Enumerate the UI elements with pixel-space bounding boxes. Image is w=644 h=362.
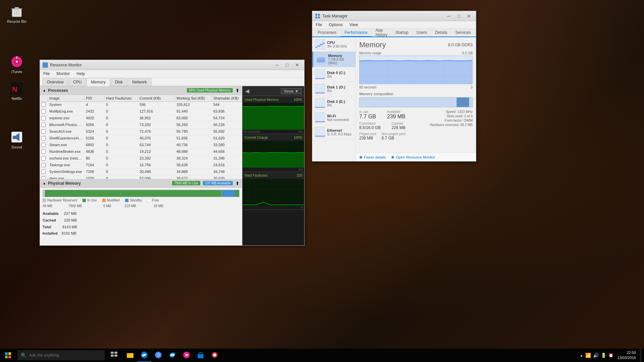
sidebar-item-ethernet[interactable]: Ethernet S: 0 R: 8.0 Kbps <box>312 125 356 139</box>
row-checkbox[interactable] <box>41 116 46 120</box>
rm-tab-disk[interactable]: Disk <box>111 78 127 86</box>
cell-pid: 5156 <box>85 136 105 141</box>
table-row[interactable]: ShellExperienceHost.exe 5156 0 40,076 51… <box>40 135 242 142</box>
taskbar-search[interactable]: 🔍 <box>17 350 105 360</box>
table-row[interactable]: svchost.exe (netsvcs) 80 0 23,392 39,324… <box>40 156 242 162</box>
table-row[interactable]: System 4 0 596 105,812 544 <box>40 102 242 109</box>
table-row[interactable]: RuntimeBroker.exe 4836 0 19,212 48,988 4… <box>40 149 242 156</box>
rm-close-button[interactable]: ✕ <box>293 62 302 68</box>
taskbar-cortana[interactable] <box>208 349 221 362</box>
row-checkbox[interactable] <box>41 129 46 134</box>
row-checkbox[interactable] <box>41 149 46 154</box>
row-checkbox[interactable] <box>41 163 46 167</box>
row-checkbox[interactable] <box>41 143 46 147</box>
resource-monitor-titlebar[interactable]: Resource Monitor ─ □ ✕ <box>40 60 304 70</box>
table-row[interactable]: dwm.exe 1020 0 52,096 28,672 20,020 <box>40 176 242 179</box>
processes-expand[interactable]: ⬆ <box>235 88 239 93</box>
th-image[interactable]: Image <box>48 96 85 101</box>
sidebar-item-disk1[interactable]: Disk 1 (D:) 0% <box>312 82 356 96</box>
th-pid[interactable]: PID <box>85 96 105 101</box>
table-row[interactable]: MsMpEng.exe 2432 0 127,916 91,440 63,836 <box>40 109 242 115</box>
rm-maximize-button[interactable]: □ <box>283 62 291 68</box>
tm-menu-options[interactable]: Options <box>327 22 344 28</box>
graph-nav-left[interactable]: ◀ <box>245 88 249 94</box>
cell-hard-faults: 0 <box>105 109 138 115</box>
row-checkbox[interactable] <box>41 136 46 140</box>
rm-tab-network[interactable]: Network <box>128 78 151 86</box>
rm-tab-memory[interactable]: Memory <box>87 78 110 86</box>
sidebar-item-disk2[interactable]: Disk 2 (E:) 0% <box>312 96 356 111</box>
task-manager-controls: ─ □ ✕ <box>444 13 473 19</box>
rm-menu-file[interactable]: File <box>41 71 52 77</box>
processes-section-header[interactable]: ▲ Processes 96% Used Physical Memory ⬆ <box>40 86 242 95</box>
tm-menu-view[interactable]: View <box>347 22 360 28</box>
fewer-details-link[interactable]: ◉ Fewer details <box>359 155 386 159</box>
rm-minimize-button[interactable]: ─ <box>273 62 281 68</box>
start-button[interactable] <box>0 349 16 362</box>
tm-tab-processes[interactable]: Processes <box>314 29 340 37</box>
taskbar-ie[interactable] <box>166 349 179 362</box>
row-checkbox[interactable] <box>41 123 46 127</box>
tm-minimize-button[interactable]: ─ <box>444 13 453 19</box>
open-resource-monitor-link[interactable]: ◉ Open Resource Monitor <box>391 155 435 159</box>
tm-tab-users[interactable]: Users <box>413 29 431 37</box>
th-shareable[interactable]: Shareable (KB) <box>212 96 242 101</box>
th-hard-faults[interactable]: Hard Faults/sec <box>105 96 138 101</box>
legend-modified-val: 6 MB <box>103 204 111 208</box>
views-button[interactable]: Views ▼ <box>281 88 302 94</box>
tray-battery[interactable]: 🔋 <box>601 353 606 358</box>
rm-menu-monitor[interactable]: Monitor <box>54 71 72 77</box>
table-row[interactable]: Microsoft.Photos.exe 5056 0 73,332 56,26… <box>40 122 242 129</box>
pm-expand[interactable]: ⬆ <box>235 181 239 186</box>
rm-menu-help[interactable]: Help <box>74 71 87 77</box>
tm-maximize-button[interactable]: □ <box>454 13 463 19</box>
table-row[interactable]: SearchUI.exe 5324 0 72,476 55,780 55,592 <box>40 129 242 135</box>
taskbar-edge[interactable] <box>138 349 151 362</box>
sidebar-item-memory[interactable]: Memory 7.7/8.0 GB (96%) <box>312 52 356 67</box>
tm-tab-performance[interactable]: Performance <box>340 29 372 37</box>
table-row[interactable]: Steam.exe 6892 0 63,744 49,736 33,580 <box>40 142 242 149</box>
row-checkbox[interactable] <box>41 156 46 161</box>
cell-image: System <box>48 102 85 108</box>
taskbar-mediaplayer[interactable] <box>180 349 193 362</box>
stat-nonpaged-label: Non-paged pool <box>382 132 406 136</box>
task-manager-window: Task Manager ─ □ ✕ File Options View Pro… <box>312 11 476 162</box>
table-row[interactable]: Taskmgr.exe 7164 0 16,756 35,628 24,816 <box>40 162 242 169</box>
sidebar-item-wifi[interactable]: Wi-Fi Not connected <box>312 111 356 125</box>
cell-image: dwm.exe <box>48 176 85 179</box>
th-working-set[interactable]: Working Set (KB) <box>175 96 212 101</box>
tm-tab-details[interactable]: Details <box>431 29 451 37</box>
sidebar-item-cpu[interactable]: CPU 3% 3.50 GHz <box>312 37 356 52</box>
taskbar-clock[interactable]: 22:50 13/03/2016 <box>615 350 639 361</box>
rm-tab-overview[interactable]: Overview <box>43 78 68 86</box>
taskbar-chrome[interactable] <box>152 349 165 362</box>
task-manager-footer: ◉ Fewer details ◉ Open Resource Monitor <box>356 153 476 161</box>
tray-arrow[interactable]: ▲ <box>580 353 583 357</box>
tm-tab-startup[interactable]: Startup <box>391 29 413 37</box>
taskbar-store[interactable] <box>194 349 207 362</box>
search-input[interactable] <box>29 353 101 358</box>
tray-sound[interactable]: 🔊 <box>593 353 599 358</box>
sidebar-item-disk0[interactable]: Disk 0 (C:) 0% <box>312 67 356 82</box>
tm-close-button[interactable]: ✕ <box>465 13 473 19</box>
taskbar-taskview[interactable] <box>107 349 121 362</box>
row-checkbox[interactable] <box>41 170 46 174</box>
taskbar-explorer[interactable] <box>123 349 137 362</box>
physical-memory-header[interactable]: ▲ Physical Memory 7900 MB In Use 237 MB … <box>40 179 242 188</box>
row-checkbox[interactable] <box>41 176 46 179</box>
sound-desktop-icon[interactable]: Sound <box>3 129 30 150</box>
rm-tab-cpu[interactable]: CPU <box>69 78 86 86</box>
table-row[interactable]: SystemSettings.exe 7208 0 20,496 34,868 … <box>40 169 242 176</box>
tm-menu-file[interactable]: File <box>314 22 324 28</box>
netflix-desktop-icon[interactable]: N Netflix <box>3 80 30 102</box>
row-checkbox[interactable] <box>41 103 46 107</box>
row-checkbox[interactable] <box>41 109 46 114</box>
th-commit[interactable]: Commit (KB) <box>138 96 175 101</box>
itunes-desktop-icon[interactable]: iTunes <box>3 54 30 75</box>
tray-network[interactable]: 📶 <box>585 353 591 358</box>
task-manager-titlebar[interactable]: Task Manager ─ □ ✕ <box>312 11 476 21</box>
table-row[interactable]: explorer.exe 4920 0 36,952 63,060 54,724 <box>40 115 242 122</box>
show-desktop-button[interactable] <box>640 349 641 362</box>
tm-tab-services[interactable]: Services <box>451 29 475 37</box>
recycle-bin-icon[interactable]: Recycle Bin <box>3 3 30 25</box>
